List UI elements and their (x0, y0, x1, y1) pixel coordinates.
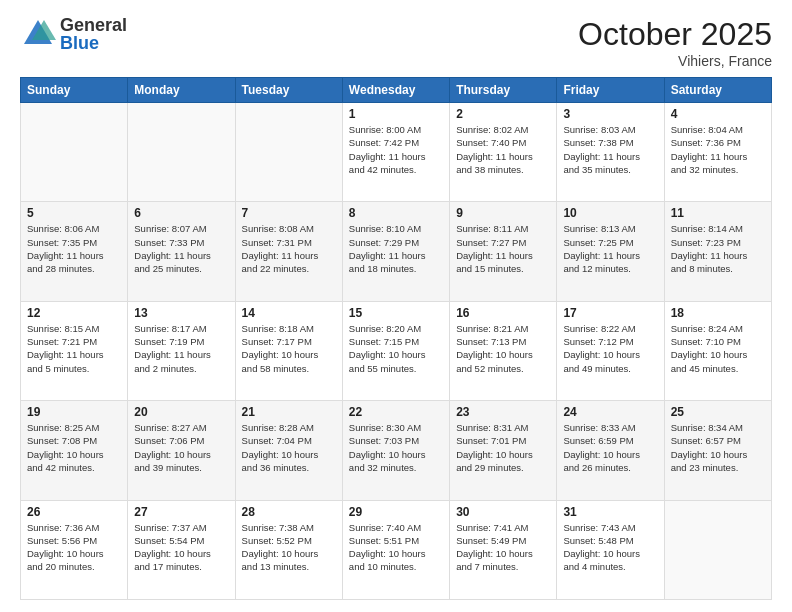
day-number: 11 (671, 206, 765, 220)
day-info: Sunrise: 8:18 AM Sunset: 7:17 PM Dayligh… (242, 322, 336, 375)
day-info: Sunrise: 7:38 AM Sunset: 5:52 PM Dayligh… (242, 521, 336, 574)
month-title: October 2025 (578, 16, 772, 53)
day-info: Sunrise: 8:24 AM Sunset: 7:10 PM Dayligh… (671, 322, 765, 375)
day-number: 21 (242, 405, 336, 419)
calendar-cell: 19Sunrise: 8:25 AM Sunset: 7:08 PM Dayli… (21, 401, 128, 500)
day-number: 1 (349, 107, 443, 121)
day-number: 20 (134, 405, 228, 419)
day-number: 12 (27, 306, 121, 320)
calendar-cell (664, 500, 771, 599)
day-info: Sunrise: 8:08 AM Sunset: 7:31 PM Dayligh… (242, 222, 336, 275)
logo-blue-text: Blue (60, 34, 127, 52)
calendar-cell: 26Sunrise: 7:36 AM Sunset: 5:56 PM Dayli… (21, 500, 128, 599)
day-number: 14 (242, 306, 336, 320)
calendar-cell: 23Sunrise: 8:31 AM Sunset: 7:01 PM Dayli… (450, 401, 557, 500)
th-tuesday: Tuesday (235, 78, 342, 103)
calendar-cell: 9Sunrise: 8:11 AM Sunset: 7:27 PM Daylig… (450, 202, 557, 301)
day-info: Sunrise: 8:30 AM Sunset: 7:03 PM Dayligh… (349, 421, 443, 474)
calendar-cell (128, 103, 235, 202)
calendar-week-4: 19Sunrise: 8:25 AM Sunset: 7:08 PM Dayli… (21, 401, 772, 500)
day-info: Sunrise: 8:14 AM Sunset: 7:23 PM Dayligh… (671, 222, 765, 275)
calendar-cell: 3Sunrise: 8:03 AM Sunset: 7:38 PM Daylig… (557, 103, 664, 202)
day-info: Sunrise: 8:21 AM Sunset: 7:13 PM Dayligh… (456, 322, 550, 375)
day-number: 23 (456, 405, 550, 419)
page: General Blue October 2025 Vihiers, Franc… (0, 0, 792, 612)
calendar-cell: 13Sunrise: 8:17 AM Sunset: 7:19 PM Dayli… (128, 301, 235, 400)
day-info: Sunrise: 8:13 AM Sunset: 7:25 PM Dayligh… (563, 222, 657, 275)
logo: General Blue (20, 16, 127, 52)
th-sunday: Sunday (21, 78, 128, 103)
day-number: 25 (671, 405, 765, 419)
day-number: 7 (242, 206, 336, 220)
calendar-cell: 6Sunrise: 8:07 AM Sunset: 7:33 PM Daylig… (128, 202, 235, 301)
day-info: Sunrise: 7:36 AM Sunset: 5:56 PM Dayligh… (27, 521, 121, 574)
day-number: 5 (27, 206, 121, 220)
calendar-header-row: Sunday Monday Tuesday Wednesday Thursday… (21, 78, 772, 103)
day-info: Sunrise: 8:25 AM Sunset: 7:08 PM Dayligh… (27, 421, 121, 474)
calendar-week-5: 26Sunrise: 7:36 AM Sunset: 5:56 PM Dayli… (21, 500, 772, 599)
calendar-cell: 15Sunrise: 8:20 AM Sunset: 7:15 PM Dayli… (342, 301, 449, 400)
day-number: 29 (349, 505, 443, 519)
th-thursday: Thursday (450, 78, 557, 103)
day-info: Sunrise: 8:04 AM Sunset: 7:36 PM Dayligh… (671, 123, 765, 176)
calendar-cell: 16Sunrise: 8:21 AM Sunset: 7:13 PM Dayli… (450, 301, 557, 400)
calendar-cell: 5Sunrise: 8:06 AM Sunset: 7:35 PM Daylig… (21, 202, 128, 301)
calendar-cell: 28Sunrise: 7:38 AM Sunset: 5:52 PM Dayli… (235, 500, 342, 599)
th-friday: Friday (557, 78, 664, 103)
day-info: Sunrise: 8:28 AM Sunset: 7:04 PM Dayligh… (242, 421, 336, 474)
day-number: 18 (671, 306, 765, 320)
logo-icon (20, 16, 56, 52)
day-info: Sunrise: 8:20 AM Sunset: 7:15 PM Dayligh… (349, 322, 443, 375)
calendar-cell: 8Sunrise: 8:10 AM Sunset: 7:29 PM Daylig… (342, 202, 449, 301)
day-number: 6 (134, 206, 228, 220)
day-number: 8 (349, 206, 443, 220)
day-number: 3 (563, 107, 657, 121)
day-number: 15 (349, 306, 443, 320)
day-number: 24 (563, 405, 657, 419)
day-number: 2 (456, 107, 550, 121)
day-number: 19 (27, 405, 121, 419)
calendar-cell (21, 103, 128, 202)
calendar-cell: 17Sunrise: 8:22 AM Sunset: 7:12 PM Dayli… (557, 301, 664, 400)
day-info: Sunrise: 8:02 AM Sunset: 7:40 PM Dayligh… (456, 123, 550, 176)
day-number: 4 (671, 107, 765, 121)
day-info: Sunrise: 8:00 AM Sunset: 7:42 PM Dayligh… (349, 123, 443, 176)
day-number: 17 (563, 306, 657, 320)
calendar-cell: 11Sunrise: 8:14 AM Sunset: 7:23 PM Dayli… (664, 202, 771, 301)
day-number: 26 (27, 505, 121, 519)
calendar-cell: 7Sunrise: 8:08 AM Sunset: 7:31 PM Daylig… (235, 202, 342, 301)
calendar-cell: 30Sunrise: 7:41 AM Sunset: 5:49 PM Dayli… (450, 500, 557, 599)
calendar-cell: 4Sunrise: 8:04 AM Sunset: 7:36 PM Daylig… (664, 103, 771, 202)
th-monday: Monday (128, 78, 235, 103)
day-info: Sunrise: 7:41 AM Sunset: 5:49 PM Dayligh… (456, 521, 550, 574)
calendar-cell: 12Sunrise: 8:15 AM Sunset: 7:21 PM Dayli… (21, 301, 128, 400)
calendar-cell: 10Sunrise: 8:13 AM Sunset: 7:25 PM Dayli… (557, 202, 664, 301)
day-info: Sunrise: 8:31 AM Sunset: 7:01 PM Dayligh… (456, 421, 550, 474)
day-info: Sunrise: 8:17 AM Sunset: 7:19 PM Dayligh… (134, 322, 228, 375)
calendar-week-3: 12Sunrise: 8:15 AM Sunset: 7:21 PM Dayli… (21, 301, 772, 400)
th-wednesday: Wednesday (342, 78, 449, 103)
calendar-cell: 14Sunrise: 8:18 AM Sunset: 7:17 PM Dayli… (235, 301, 342, 400)
day-info: Sunrise: 8:11 AM Sunset: 7:27 PM Dayligh… (456, 222, 550, 275)
day-number: 30 (456, 505, 550, 519)
day-number: 16 (456, 306, 550, 320)
day-info: Sunrise: 7:37 AM Sunset: 5:54 PM Dayligh… (134, 521, 228, 574)
calendar-cell: 29Sunrise: 7:40 AM Sunset: 5:51 PM Dayli… (342, 500, 449, 599)
calendar-cell: 21Sunrise: 8:28 AM Sunset: 7:04 PM Dayli… (235, 401, 342, 500)
calendar-cell: 25Sunrise: 8:34 AM Sunset: 6:57 PM Dayli… (664, 401, 771, 500)
day-info: Sunrise: 8:15 AM Sunset: 7:21 PM Dayligh… (27, 322, 121, 375)
calendar-cell: 22Sunrise: 8:30 AM Sunset: 7:03 PM Dayli… (342, 401, 449, 500)
calendar-cell (235, 103, 342, 202)
day-info: Sunrise: 8:06 AM Sunset: 7:35 PM Dayligh… (27, 222, 121, 275)
day-info: Sunrise: 8:10 AM Sunset: 7:29 PM Dayligh… (349, 222, 443, 275)
logo-text: General Blue (60, 16, 127, 52)
calendar-cell: 18Sunrise: 8:24 AM Sunset: 7:10 PM Dayli… (664, 301, 771, 400)
calendar-cell: 31Sunrise: 7:43 AM Sunset: 5:48 PM Dayli… (557, 500, 664, 599)
day-info: Sunrise: 8:34 AM Sunset: 6:57 PM Dayligh… (671, 421, 765, 474)
calendar-week-2: 5Sunrise: 8:06 AM Sunset: 7:35 PM Daylig… (21, 202, 772, 301)
day-number: 31 (563, 505, 657, 519)
title-block: October 2025 Vihiers, France (578, 16, 772, 69)
day-info: Sunrise: 8:27 AM Sunset: 7:06 PM Dayligh… (134, 421, 228, 474)
calendar-cell: 1Sunrise: 8:00 AM Sunset: 7:42 PM Daylig… (342, 103, 449, 202)
day-info: Sunrise: 8:22 AM Sunset: 7:12 PM Dayligh… (563, 322, 657, 375)
